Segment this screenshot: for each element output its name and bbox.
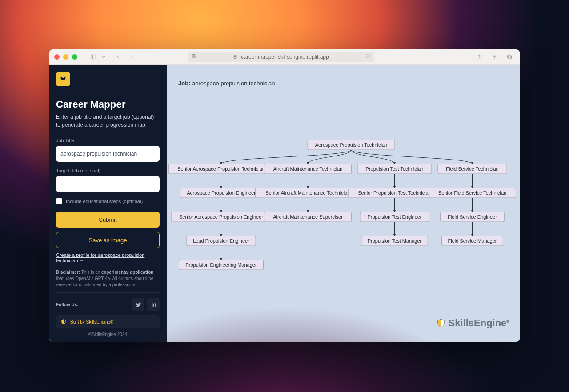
job-header: Job: aerospace propulsion technician — [178, 80, 275, 87]
diagram-node: Senior Aerospace Propulsion Technician — [168, 164, 273, 174]
diagram-node: Senior Aircraft Maintenance Technician — [255, 188, 360, 198]
twitter-icon[interactable] — [132, 298, 144, 311]
app-title: Career Mapper — [56, 99, 160, 110]
diagram-node: Senior Aerospace Propulsion Engineer — [171, 212, 271, 222]
svg-text:Senior Propulsion Test Technic: Senior Propulsion Test Technician — [358, 190, 431, 196]
save-as-image-button[interactable]: Save as image — [56, 232, 160, 248]
svg-point-10 — [152, 302, 152, 303]
svg-text:Aircraft Maintenance Superviso: Aircraft Maintenance Supervisor — [273, 214, 343, 220]
svg-rect-5 — [234, 56, 236, 58]
diagram-node: Field Service Manager — [442, 236, 503, 246]
maximize-window-button[interactable] — [72, 54, 77, 60]
minimize-window-button[interactable] — [63, 54, 68, 60]
svg-rect-0 — [91, 55, 96, 59]
job-title-input[interactable] — [56, 146, 160, 162]
follow-us-label: Follow Us: — [56, 302, 79, 307]
svg-text:Propulsion Engineering Manager: Propulsion Engineering Manager — [185, 262, 257, 268]
target-job-input[interactable] — [56, 176, 160, 192]
submit-button[interactable]: Submit — [56, 212, 160, 228]
svg-text:Senior Field Service Technicia: Senior Field Service Technician — [438, 190, 506, 196]
sidebar-toggle-button[interactable] — [88, 52, 99, 62]
skillsengine-logo: SkillsEngine® — [436, 317, 509, 329]
svg-text:Propulsion Test Manager: Propulsion Test Manager — [368, 238, 422, 244]
diagram-node: Aircraft Maintenance Technician — [264, 164, 352, 174]
main-canvas: Job: aerospace propulsion technician Aer… — [167, 65, 520, 342]
diagram-node: Aircraft Maintenance Supervisor — [264, 212, 352, 222]
copyright-text: ©SkillsEngine 2024 — [56, 332, 160, 337]
traffic-lights — [54, 54, 77, 60]
address-bar[interactable]: career-mapper-skillsengine.replit.app — [188, 52, 374, 62]
svg-rect-8 — [508, 56, 512, 59]
refresh-button[interactable] — [365, 53, 371, 60]
svg-text:Aircraft Maintenance Technicia: Aircraft Maintenance Technician — [273, 166, 343, 172]
new-tab-button[interactable] — [489, 52, 500, 62]
svg-text:Senior Aircraft Maintenance Te: Senior Aircraft Maintenance Technician — [266, 190, 350, 196]
diagram-node: Lead Propulsion Engineer — [187, 236, 256, 246]
diagram-node: Propulsion Test Engineer — [360, 212, 429, 222]
diagram-node: Field Service Technician — [438, 164, 507, 174]
diagram-node: Propulsion Test Technician — [357, 164, 432, 174]
diagram-root: Aerospace Propulsion Technician — [308, 140, 395, 150]
svg-text:Lead Propulsion Engineer: Lead Propulsion Engineer — [193, 238, 249, 244]
svg-text:Propulsion Test Technician: Propulsion Test Technician — [366, 166, 424, 172]
svg-text:Propulsion Test Engineer: Propulsion Test Engineer — [367, 214, 421, 220]
browser-window: career-mapper-skillsengine.replit.app Ca… — [49, 49, 520, 342]
svg-text:Senior Aerospace Propulsion Te: Senior Aerospace Propulsion Technician — [177, 166, 265, 172]
diagram-node: Propulsion Test Manager — [361, 236, 428, 246]
forward-button[interactable] — [125, 52, 136, 62]
shield-icon — [60, 319, 67, 325]
disclaimer-text: Disclaimer: This is an experimental appl… — [56, 269, 160, 288]
diagram-node: Senior Field Service Technician — [429, 188, 516, 198]
svg-rect-9 — [507, 55, 511, 58]
svg-text:Aerospace Propulsion Technicia: Aerospace Propulsion Technician — [315, 142, 387, 148]
svg-text:Field Service Technician: Field Service Technician — [446, 166, 498, 172]
career-diagram: Aerospace Propulsion TechnicianSenior Ae… — [176, 140, 510, 291]
include-educational-label: Include educational steps (optional) — [66, 199, 143, 204]
shield-logo-icon — [436, 318, 446, 328]
svg-text:Aerospace Propulsion Engineer: Aerospace Propulsion Engineer — [187, 190, 256, 196]
app-description: Enter a job title and a target job (opti… — [56, 113, 160, 129]
app-sidebar: Career Mapper Enter a job title and a ta… — [49, 65, 167, 342]
diagram-node: Senior Propulsion Test Technician — [349, 188, 441, 198]
diagram-node: Field Service Engineer — [441, 212, 505, 222]
built-by-badge[interactable]: Built by SkillsEngine® — [56, 315, 160, 328]
back-button[interactable] — [113, 52, 124, 62]
create-profile-link[interactable]: Create a profile for aerospace propulsio… — [56, 252, 160, 263]
url-text: career-mapper-skillsengine.replit.app — [241, 54, 329, 60]
dropdown-chevron-icon[interactable] — [100, 52, 107, 62]
tabs-overview-button[interactable] — [504, 52, 515, 62]
svg-rect-2 — [192, 57, 196, 57]
app-logo — [56, 72, 70, 86]
linkedin-icon[interactable] — [147, 298, 160, 311]
include-educational-checkbox[interactable] — [56, 198, 62, 204]
share-button[interactable] — [474, 52, 485, 62]
svg-text:Senior Aerospace Propulsion En: Senior Aerospace Propulsion Engineer — [179, 214, 263, 220]
svg-rect-3 — [192, 56, 195, 56]
diagram-node: Propulsion Engineering Manager — [179, 260, 264, 270]
browser-titlebar: career-mapper-skillsengine.replit.app — [49, 49, 520, 65]
job-title-label: Job Title — [56, 138, 160, 143]
svg-text:Field Service Engineer: Field Service Engineer — [448, 214, 497, 220]
lock-icon — [233, 55, 237, 59]
target-job-label: Target Job (optional) — [56, 168, 160, 173]
svg-text:Field Service Manager: Field Service Manager — [448, 238, 497, 244]
diagram-node: Aerospace Propulsion Engineer — [180, 188, 262, 198]
close-window-button[interactable] — [54, 54, 60, 60]
site-settings-icon[interactable] — [191, 53, 196, 60]
svg-rect-4 — [193, 54, 195, 55]
